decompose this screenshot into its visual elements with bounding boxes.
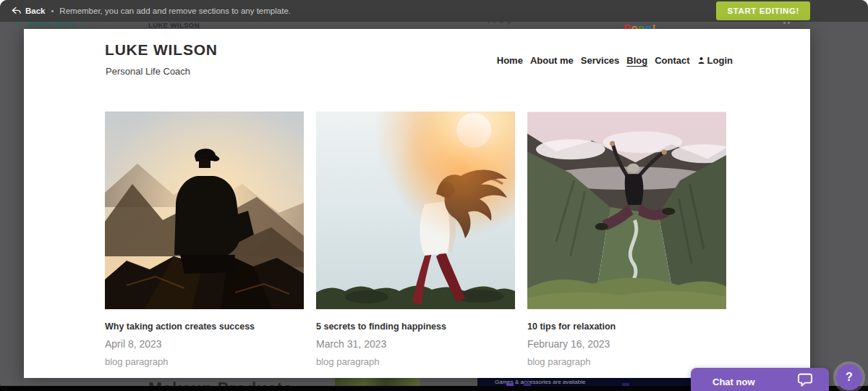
blog-post-list: Why taking action creates success April … [105,112,726,367]
blog-post-image-dancing-woman[interactable] [316,112,515,309]
person-icon [697,56,705,64]
nav-item-blog[interactable]: Blog [626,55,647,66]
backdrop-dots [783,22,790,24]
blog-post-image-jumping-person[interactable] [527,112,726,309]
blog-card: 10 tips for relaxation February 16, 2023… [527,112,726,367]
site-brand[interactable]: LUKE WILSON [105,41,218,59]
nav-item-home[interactable]: Home [497,55,523,66]
blog-post-excerpt: blog paragraph [527,356,726,367]
help-question-label: ? [846,371,853,384]
blog-post-excerpt: blog paragraph [316,356,515,367]
template-preview-modal: LUKE WILSON Personal Life Coach Home Abo… [24,29,810,378]
backdrop-makeup-heading: Makeup Products [148,379,292,386]
help-button[interactable]: ? [836,364,862,390]
backdrop-games-banner: Games & accessories are available [477,378,694,386]
chat-now-label: Chat now [712,377,755,387]
back-label: Back [25,7,46,15]
blog-post-date: April 8, 2023 [105,338,304,350]
blog-card: Why taking action creates success April … [105,112,304,367]
site-tagline: Personal Life Coach [106,66,190,77]
blog-post-image-sunset-man[interactable] [105,112,304,309]
chat-now-widget[interactable]: Chat now [691,368,829,391]
login-button[interactable]: Login [697,55,733,66]
blog-post-title[interactable]: 5 secrets to finding happiness [316,321,515,332]
back-button[interactable]: Back • Remember, you can add and remove … [12,0,291,22]
chat-bubble-icon [797,373,813,390]
backdrop-brand: LUKE WILSON [148,21,200,29]
blog-post-excerpt: blog paragraph [105,356,304,367]
nav-item-about-me[interactable]: About me [530,55,574,66]
screen: { "editor_bar": { "back_label": "Back", … [0,0,868,391]
editor-hint-text: Remember, you can add and remove section… [59,7,291,15]
separator-dot: • [51,7,54,15]
blog-post-title[interactable]: Why taking action creates success [105,321,304,332]
nav-item-contact[interactable]: Contact [655,55,689,66]
site-nav: Home About me Services Blog Contact Logi… [497,55,733,66]
app-window: Online Store › LUKE WILSON f t o p Pong!… [0,0,868,391]
nav-item-services[interactable]: Services [581,55,620,66]
editor-topbar: Back • Remember, you can add and remove … [0,0,868,22]
blog-post-title[interactable]: 10 tips for relaxation [527,321,726,332]
blog-card: 5 secrets to finding happiness March 31,… [316,112,515,367]
back-arrow-icon [12,7,21,15]
blog-post-date: March 31, 2023 [316,338,515,350]
start-editing-button[interactable]: START EDITING! [716,1,810,20]
login-label: Login [707,55,733,66]
blog-post-date: February 16, 2023 [527,338,726,350]
backdrop-product-image [335,378,420,386]
